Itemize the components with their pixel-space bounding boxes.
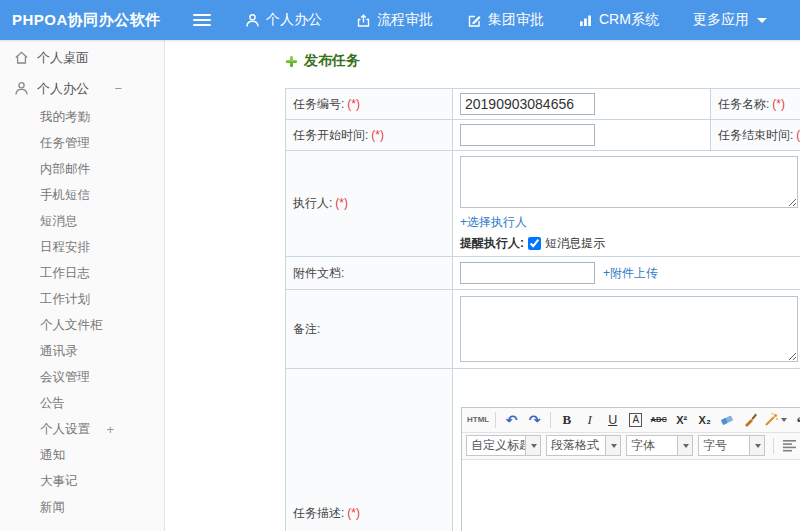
menu-toggle-icon[interactable]	[193, 14, 211, 27]
attachment-label: 附件文档:	[293, 266, 344, 280]
add-task-icon	[285, 55, 298, 68]
align-left-button[interactable]	[779, 435, 800, 456]
user-icon	[245, 13, 260, 28]
remark-cell	[453, 290, 800, 369]
font-family-dropdown[interactable]: 字体	[626, 435, 693, 456]
subscript-button[interactable]: X₂	[694, 409, 715, 430]
sidebar-item-news[interactable]: 新闻	[0, 494, 164, 520]
task-number-cell	[453, 89, 711, 120]
executor-textarea[interactable]	[460, 156, 798, 208]
strikethrough-button[interactable]: ABC	[648, 409, 669, 430]
sidebar-item-label: 任务管理	[40, 135, 90, 152]
undo-button[interactable]: ↶	[501, 409, 522, 430]
paragraph-format-dropdown[interactable]: 段落格式	[546, 435, 621, 456]
sidebar-item-label: 新闻	[40, 499, 65, 516]
sidebar-item-meeting-management[interactable]: 会议管理	[0, 364, 164, 390]
sidebar-item-label: 通讯录	[40, 343, 78, 360]
html-source-button[interactable]: HTML	[466, 409, 490, 430]
user-icon	[14, 81, 29, 96]
custom-title-dropdown[interactable]: 自定义标题	[466, 435, 541, 456]
remark-label: 备注:	[293, 322, 320, 336]
blockquote-button[interactable]: “	[790, 409, 800, 430]
attachment-input[interactable]	[460, 262, 595, 284]
toolbar-divider	[495, 412, 496, 428]
sidebar-item-mobile-sms[interactable]: 手机短信	[0, 182, 164, 208]
sidebar-item-label: 日程安排	[40, 239, 90, 256]
sidebar-item-notice[interactable]: 通知	[0, 442, 164, 468]
format-brush-button[interactable]	[740, 409, 761, 430]
executor-label: 执行人:	[293, 196, 332, 210]
nav-more-apps[interactable]: 更多应用	[693, 11, 767, 29]
bold-button[interactable]: B	[556, 409, 577, 430]
remark-textarea[interactable]	[460, 296, 798, 362]
end-time-label-cell: 任务结束时间:(*)	[711, 120, 800, 151]
required-mark: (*)	[772, 97, 785, 111]
font-border-button[interactable]: A	[625, 409, 646, 430]
attachment-label-cell: 附件文档:	[286, 257, 453, 290]
expand-icon[interactable]: +	[106, 422, 114, 437]
sms-remind-label: 短消息提示	[545, 235, 605, 252]
caret-down-icon	[781, 418, 787, 422]
sidebar-item-personal-office[interactable]: 个人办公 −	[0, 73, 164, 104]
nav-label: 个人办公	[266, 11, 322, 29]
sidebar-item-personal-desktop[interactable]: 个人桌面	[0, 42, 164, 73]
sidebar-item-milestones[interactable]: 大事记	[0, 468, 164, 494]
font-size-dropdown[interactable]: 字号	[698, 435, 765, 456]
superscript-button[interactable]: X²	[671, 409, 692, 430]
sidebar-item-internal-mail[interactable]: 内部邮件	[0, 156, 164, 182]
sidebar-item-contacts[interactable]: 通讯录	[0, 338, 164, 364]
dropdown-value: 段落格式	[547, 437, 605, 454]
required-mark: (*)	[796, 128, 800, 142]
start-time-input[interactable]	[460, 124, 595, 146]
nav-group-approval[interactable]: 集团审批	[467, 11, 544, 29]
remind-executor-row: 提醒执行人: 短消息提示	[460, 235, 800, 252]
app-logo[interactable]: PHPOA协同办公软件	[0, 11, 165, 30]
sidebar-item-personal-settings[interactable]: 个人设置 +	[0, 416, 164, 442]
sidebar-item-label: 大事记	[40, 473, 78, 490]
rich-text-editor: HTML ↶ ↷ B I U A ABC X² X₂	[461, 407, 800, 531]
sidebar-item-work-plan[interactable]: 工作计划	[0, 286, 164, 312]
sidebar-item-schedule[interactable]: 日程安排	[0, 234, 164, 260]
caret-down-icon	[677, 436, 692, 455]
required-mark: (*)	[347, 506, 360, 520]
redo-button[interactable]: ↷	[524, 409, 545, 430]
sidebar-item-label: 手机短信	[40, 187, 90, 204]
nav-workflow-approval[interactable]: 流程审批	[356, 11, 433, 29]
sidebar-item-announcement[interactable]: 公告	[0, 390, 164, 416]
sidebar-item-task-management[interactable]: 任务管理	[0, 130, 164, 156]
required-mark: (*)	[347, 97, 360, 111]
attachment-upload-link[interactable]: +附件上传	[603, 265, 658, 282]
page-title-text: 发布任务	[304, 52, 360, 70]
flow-approve-icon	[356, 13, 371, 28]
toolbar-divider	[550, 412, 551, 428]
task-number-label: 任务编号:	[293, 97, 344, 111]
eraser-button[interactable]	[717, 409, 738, 430]
collapse-icon[interactable]: −	[114, 81, 122, 96]
sidebar-item-label: 短消息	[40, 213, 78, 230]
task-name-label: 任务名称:	[718, 97, 769, 111]
sidebar-item-short-message[interactable]: 短消息	[0, 208, 164, 234]
sms-remind-checkbox[interactable]	[528, 237, 541, 250]
sidebar-item-label: 工作日志	[40, 265, 90, 282]
nav-label: 流程审批	[377, 11, 433, 29]
italic-button[interactable]: I	[579, 409, 600, 430]
required-mark: (*)	[371, 128, 384, 142]
underline-button[interactable]: U	[602, 409, 623, 430]
start-time-label-cell: 任务开始时间:(*)	[286, 120, 453, 151]
required-mark: (*)	[335, 196, 348, 210]
sidebar-item-personal-files[interactable]: 个人文件柜	[0, 312, 164, 338]
sidebar-item-my-attendance[interactable]: 我的考勤	[0, 104, 164, 130]
sidebar-item-label: 通知	[40, 447, 65, 464]
dropdown-value: 字号	[699, 437, 749, 454]
nav-crm-system[interactable]: CRM系统	[578, 11, 659, 29]
align-left-icon	[783, 440, 797, 452]
sidebar-item-work-log[interactable]: 工作日志	[0, 260, 164, 286]
auto-typeset-button[interactable]	[763, 409, 788, 430]
editor-content-area[interactable]	[462, 460, 800, 531]
task-number-input[interactable]	[460, 93, 595, 115]
choose-executor-link[interactable]: +选择执行人	[460, 214, 800, 231]
nav-label: 更多应用	[693, 11, 749, 29]
nav-personal-office[interactable]: 个人办公	[245, 11, 322, 29]
caret-down-icon	[525, 436, 540, 455]
main-content: 发布任务 任务编号:(*) 任务名称:(*) 任务开始时	[165, 40, 800, 531]
